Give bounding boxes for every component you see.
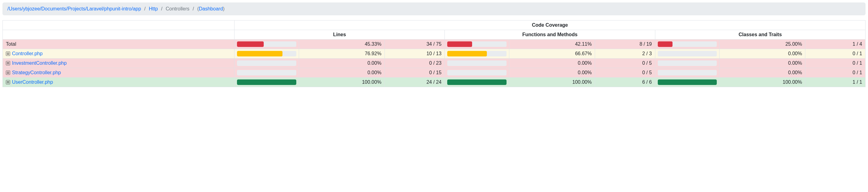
lines-ratio: 0 / 15 bbox=[384, 68, 445, 78]
functions-ratio: 2 / 3 bbox=[595, 49, 655, 59]
breadcrumb-current-wrap: (Dashboard) bbox=[197, 6, 225, 11]
breadcrumb-root[interactable]: /Users/ybjozee/Documents/Projects/Larave… bbox=[7, 6, 141, 11]
coverage-table: Code Coverage Lines Functions and Method… bbox=[2, 20, 866, 87]
lines-pct: 45.33% bbox=[299, 40, 384, 49]
lines-pct: 0.00% bbox=[299, 68, 384, 78]
functions-bar bbox=[445, 59, 509, 68]
header-functions: Functions and Methods bbox=[445, 30, 655, 40]
functions-ratio: 0 / 5 bbox=[595, 68, 655, 78]
row-file-name: StrategyController.php bbox=[3, 68, 235, 78]
classes-bar bbox=[655, 78, 719, 87]
classes-pct: 0.00% bbox=[719, 68, 805, 78]
classes-pct: 0.00% bbox=[719, 59, 805, 68]
lines-bar bbox=[235, 59, 299, 68]
functions-pct: 0.00% bbox=[509, 68, 595, 78]
lines-pct: 76.92% bbox=[299, 49, 384, 59]
breadcrumb-sep: / bbox=[144, 6, 145, 11]
header-main: Code Coverage bbox=[235, 21, 866, 30]
classes-ratio: 0 / 1 bbox=[805, 49, 866, 59]
classes-bar bbox=[655, 40, 719, 49]
lines-ratio: 24 / 24 bbox=[384, 78, 445, 87]
functions-bar bbox=[445, 40, 509, 49]
row-file-name: InvestmentController.php bbox=[3, 59, 235, 68]
functions-bar bbox=[445, 78, 509, 87]
breadcrumb-controllers: Controllers bbox=[166, 6, 189, 11]
functions-bar bbox=[445, 49, 509, 59]
header-blank bbox=[3, 21, 235, 30]
lines-bar bbox=[235, 68, 299, 78]
functions-ratio: 0 / 5 bbox=[595, 59, 655, 68]
lines-bar bbox=[235, 78, 299, 87]
file-link[interactable]: Controller.php bbox=[12, 51, 43, 56]
lines-bar bbox=[235, 40, 299, 49]
classes-ratio: 0 / 1 bbox=[805, 68, 866, 78]
row-file-name: UserController.php bbox=[3, 78, 235, 87]
classes-pct: 25.00% bbox=[719, 40, 805, 49]
classes-pct: 100.00% bbox=[719, 78, 805, 87]
table-row: Controller.php 76.92% 10 / 13 66.67% 2 /… bbox=[3, 49, 866, 59]
breadcrumb-http[interactable]: Http bbox=[149, 6, 158, 11]
row-total-label: Total bbox=[3, 40, 235, 49]
header-lines: Lines bbox=[235, 30, 445, 40]
functions-pct: 0.00% bbox=[509, 59, 595, 68]
breadcrumb-sep: / bbox=[193, 6, 194, 11]
file-icon bbox=[6, 51, 10, 56]
file-icon bbox=[6, 71, 10, 75]
table-row: Total 45.33% 34 / 75 42.11% 8 / 19 25.00… bbox=[3, 40, 866, 49]
breadcrumb-current[interactable]: Dashboard bbox=[199, 6, 223, 11]
functions-pct: 100.00% bbox=[509, 78, 595, 87]
classes-pct: 0.00% bbox=[719, 49, 805, 59]
file-link[interactable]: UserController.php bbox=[12, 79, 53, 85]
classes-bar bbox=[655, 59, 719, 68]
functions-bar bbox=[445, 68, 509, 78]
breadcrumb-sep: / bbox=[161, 6, 162, 11]
classes-ratio: 0 / 1 bbox=[805, 59, 866, 68]
row-file-name: Controller.php bbox=[3, 49, 235, 59]
lines-bar bbox=[235, 49, 299, 59]
file-icon bbox=[6, 80, 10, 84]
classes-ratio: 1 / 4 bbox=[805, 40, 866, 49]
header-classes: Classes and Traits bbox=[655, 30, 865, 40]
table-row: StrategyController.php 0.00% 0 / 15 0.00… bbox=[3, 68, 866, 78]
table-row: UserController.php 100.00% 24 / 24 100.0… bbox=[3, 78, 866, 87]
file-icon bbox=[6, 61, 10, 65]
header-blank bbox=[3, 30, 235, 40]
file-link[interactable]: StrategyController.php bbox=[12, 70, 61, 75]
classes-bar bbox=[655, 49, 719, 59]
functions-pct: 66.67% bbox=[509, 49, 595, 59]
breadcrumb: /Users/ybjozee/Documents/Projects/Larave… bbox=[2, 2, 866, 15]
lines-pct: 0.00% bbox=[299, 59, 384, 68]
lines-ratio: 34 / 75 bbox=[384, 40, 445, 49]
file-link[interactable]: InvestmentController.php bbox=[12, 61, 67, 66]
lines-ratio: 0 / 23 bbox=[384, 59, 445, 68]
table-row: InvestmentController.php 0.00% 0 / 23 0.… bbox=[3, 59, 866, 68]
functions-pct: 42.11% bbox=[509, 40, 595, 49]
classes-bar bbox=[655, 68, 719, 78]
functions-ratio: 6 / 6 bbox=[595, 78, 655, 87]
lines-pct: 100.00% bbox=[299, 78, 384, 87]
lines-ratio: 10 / 13 bbox=[384, 49, 445, 59]
functions-ratio: 8 / 19 bbox=[595, 40, 655, 49]
classes-ratio: 1 / 1 bbox=[805, 78, 866, 87]
